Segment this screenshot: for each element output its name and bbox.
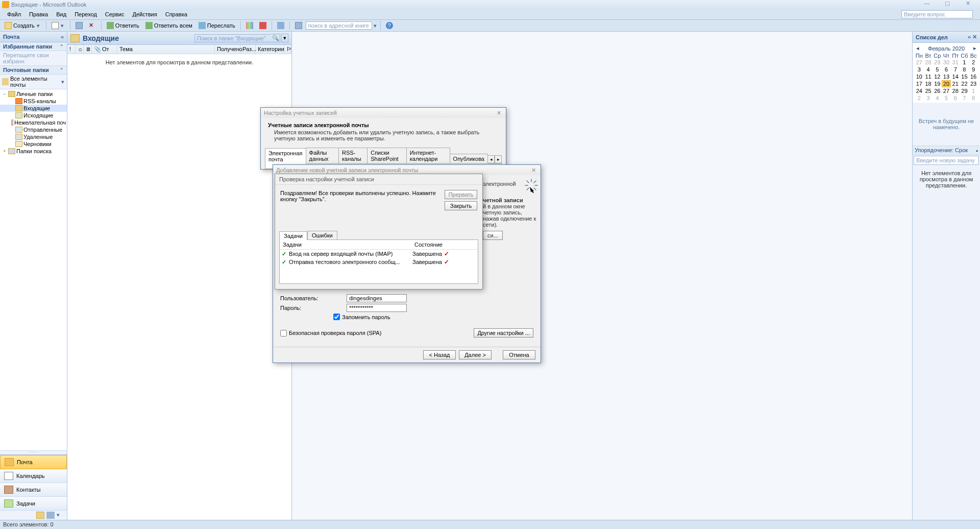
cal-day[interactable]: 30: [942, 59, 951, 66]
search-icon[interactable]: 🔍: [271, 34, 280, 42]
nav-cont-button[interactable]: Контакты: [0, 483, 67, 497]
cal-day[interactable]: 4: [933, 94, 942, 102]
menu-view[interactable]: Вид: [52, 10, 70, 18]
cal-day[interactable]: 7: [960, 94, 969, 102]
month-label[interactable]: Февраль 2020: [921, 45, 972, 52]
cal-day[interactable]: 24: [915, 87, 924, 94]
cal-day[interactable]: 16: [969, 73, 978, 80]
todo-expand-button[interactable]: »: [968, 34, 971, 40]
folder-RSS-каналы[interactable]: RSS-каналы: [0, 98, 67, 105]
cal-day[interactable]: 7: [951, 66, 960, 73]
cal-day[interactable]: 6: [951, 94, 960, 102]
remember-password-checkbox[interactable]: [333, 314, 340, 320]
cal-day[interactable]: 2: [969, 59, 978, 66]
cal-day[interactable]: 13: [942, 73, 951, 80]
cal-day[interactable]: 14: [951, 73, 960, 80]
sendreceive-button[interactable]: [275, 21, 287, 30]
address-search-input[interactable]: поиск в адресной книге: [306, 21, 372, 30]
folder-list-button[interactable]: [36, 512, 44, 519]
cal-day[interactable]: 4: [924, 66, 933, 73]
spa-checkbox[interactable]: [280, 330, 287, 336]
cal-day[interactable]: 25: [924, 87, 933, 94]
folder-search-input[interactable]: Поиск в папке "Входящие": [194, 34, 271, 42]
cal-day[interactable]: 23: [969, 80, 978, 87]
next-button[interactable]: Далее >: [459, 350, 492, 359]
folder-Черновики[interactable]: Черновики: [0, 140, 67, 148]
menu-file[interactable]: Файл: [3, 10, 25, 18]
tab-sharepoint[interactable]: Списки SharePoint: [367, 148, 407, 163]
folder-Нежелательная поч[interactable]: Нежелательная поч: [0, 119, 67, 126]
ask-question-input[interactable]: Введите вопрос: [901, 10, 973, 18]
password-input[interactable]: ***********: [347, 304, 407, 312]
prev-month-button[interactable]: ◂: [915, 45, 921, 52]
nav-cal-button[interactable]: Календарь: [0, 469, 67, 483]
nav-task-button[interactable]: Задачи: [0, 497, 67, 511]
tab-datafiles[interactable]: Файлы данных: [306, 148, 339, 163]
help-button[interactable]: ?: [383, 21, 396, 30]
menu-edit[interactable]: Правка: [25, 10, 52, 18]
cal-day[interactable]: 28: [924, 59, 933, 66]
address-search-dropdown[interactable]: ▾: [373, 22, 378, 29]
dialog2-close-button[interactable]: ✕: [529, 167, 537, 174]
cal-day[interactable]: 29: [960, 87, 969, 94]
favorite-folders-header[interactable]: Избранные папки: [3, 43, 52, 50]
cal-day[interactable]: 3: [924, 94, 933, 102]
folder-Удаленные[interactable]: Удаленные: [0, 133, 67, 140]
nav-grip[interactable]: ⋯⋯⋯: [0, 450, 67, 454]
folder-Папки поиска[interactable]: +Папки поиска: [0, 148, 67, 155]
close-button[interactable]: ✕: [958, 0, 978, 9]
col-flag[interactable]: 🏳: [284, 45, 291, 54]
new-task-input[interactable]: Введите новую задачу: [914, 156, 979, 165]
folder-Исходящие[interactable]: Исходящие: [0, 112, 67, 119]
cal-day[interactable]: 11: [924, 73, 933, 80]
col-categories[interactable]: Категории: [256, 45, 284, 54]
move-button[interactable]: [73, 21, 85, 30]
cal-day[interactable]: 10: [915, 73, 924, 80]
menu-help[interactable]: Справка: [161, 10, 191, 18]
cal-day[interactable]: 27: [942, 87, 951, 94]
cal-day[interactable]: 8: [960, 66, 969, 73]
col-subject[interactable]: Тема: [117, 45, 215, 54]
tab-email[interactable]: Электронная почта: [265, 148, 306, 164]
menu-actions[interactable]: Действия: [129, 10, 161, 18]
cal-day[interactable]: 29: [933, 59, 942, 66]
col-size[interactable]: Раз...: [240, 45, 256, 54]
tab-ical[interactable]: Интернет-календари: [406, 148, 450, 163]
cal-day[interactable]: 20: [942, 80, 951, 87]
col-importance[interactable]: !: [67, 45, 76, 54]
col-attachment[interactable]: 📎: [92, 45, 100, 54]
print-button[interactable]: ▾: [49, 21, 67, 30]
folder-Отправленные[interactable]: Отправленные: [0, 126, 67, 133]
cal-day[interactable]: 2: [915, 94, 924, 102]
more-settings-button[interactable]: Другие настройки ...: [474, 328, 533, 338]
tab-errors[interactable]: Ошибки: [307, 231, 337, 239]
folder-Личные папки[interactable]: −Личные папки: [0, 90, 67, 98]
back-button[interactable]: < Назад: [423, 350, 456, 359]
cal-day[interactable]: 28: [951, 87, 960, 94]
forward-button[interactable]: Переслать: [196, 21, 238, 30]
cal-day[interactable]: 12: [933, 73, 942, 80]
tab-tasks[interactable]: Задачи: [279, 231, 307, 240]
cal-day[interactable]: 21: [951, 80, 960, 87]
col-icon[interactable]: 🗎: [84, 45, 92, 54]
cal-day[interactable]: 18: [924, 80, 933, 87]
col-from[interactable]: От: [100, 45, 117, 54]
test-settings-button[interactable]: си...: [483, 231, 503, 240]
arrange-dropdown[interactable]: ▴: [976, 148, 978, 153]
cal-day[interactable]: 5: [942, 94, 951, 102]
categorize-button[interactable]: [243, 21, 256, 30]
maximize-button[interactable]: ▢: [937, 0, 958, 9]
menu-goto[interactable]: Переход: [70, 10, 101, 18]
cancel-button[interactable]: Отмена: [503, 350, 535, 359]
search-options-dropdown[interactable]: ▾: [281, 34, 288, 42]
col-reminder[interactable]: ☼: [76, 45, 84, 54]
tab-published[interactable]: Опубликова: [450, 154, 488, 163]
minimize-button[interactable]: —: [917, 0, 937, 9]
cal-day[interactable]: 5: [933, 66, 942, 73]
cal-day[interactable]: 19: [933, 80, 942, 87]
cal-day[interactable]: 22: [960, 80, 969, 87]
new-button[interactable]: Создать▾: [2, 21, 43, 30]
configure-buttons[interactable]: ▾: [57, 512, 65, 519]
nav-collapse-button[interactable]: «: [61, 34, 64, 40]
username-input[interactable]: dingesdinges: [347, 294, 407, 302]
